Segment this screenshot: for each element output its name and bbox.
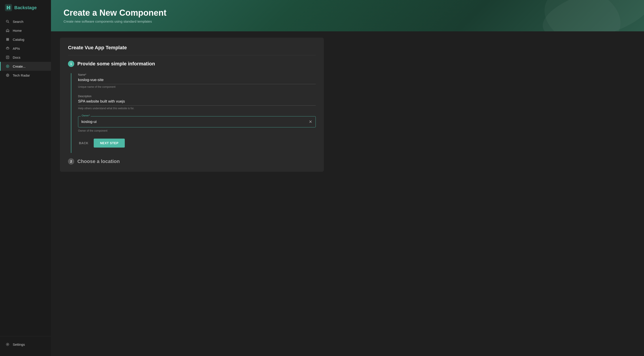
sidebar-item-tech-radar-label: Tech Radar (13, 73, 30, 77)
step2-header: 2 Choose a location (68, 158, 316, 164)
sidebar-item-home[interactable]: Home (0, 26, 51, 35)
step1-button-row: BACK NEXT STEP (78, 139, 316, 147)
owner-field-group: Owner* ✕ Owner of the component (78, 116, 316, 132)
home-icon (6, 29, 10, 33)
content-area: Create Vue App Template 1 Provide some s… (51, 31, 644, 356)
card-title: Create Vue App Template (68, 45, 316, 55)
sidebar: Backstage Search Home Catalog (0, 0, 51, 356)
svg-rect-3 (6, 48, 9, 49)
apis-icon (6, 46, 10, 50)
name-field-group: Name* koslog-vue-site Unique name of the… (78, 73, 316, 88)
sidebar-item-apis[interactable]: APIs (0, 44, 51, 53)
description-field-label: Description (78, 95, 316, 98)
svg-point-13 (7, 344, 8, 345)
step2-section: 2 Choose a location (68, 158, 316, 164)
owner-input-wrapper: Owner* ✕ (78, 116, 316, 127)
catalog-icon (6, 37, 10, 41)
name-field-hint: Unique name of the component (78, 85, 316, 88)
step1-header: 1 Provide some simple information (68, 61, 316, 67)
search-icon (6, 20, 10, 24)
sidebar-item-create[interactable]: Create... (0, 62, 51, 71)
next-step-button[interactable]: NEXT STEP (94, 139, 124, 147)
sidebar-item-tech-radar[interactable]: Tech Radar (0, 71, 51, 80)
settings-icon (6, 342, 10, 346)
page-subtitle: Create new software components using sta… (64, 20, 632, 23)
radar-icon (6, 73, 10, 77)
svg-rect-4 (6, 56, 9, 59)
sidebar-item-create-label: Create... (13, 65, 26, 68)
sidebar-item-apis-label: APIs (13, 47, 20, 50)
description-field-hint: Help others understand what this website… (78, 107, 316, 110)
sidebar-item-search[interactable]: Search (0, 17, 51, 26)
name-field-label: Name* (78, 73, 316, 76)
docs-icon (6, 55, 10, 59)
sidebar-item-docs[interactable]: Docs (0, 53, 51, 62)
owner-input[interactable] (78, 116, 316, 127)
description-field-value: SPA website built with vuejs (78, 99, 316, 106)
sidebar-logo[interactable]: Backstage (0, 0, 51, 15)
sidebar-item-settings[interactable]: Settings (0, 340, 51, 349)
main-content: Create a New Component Create new softwa… (51, 0, 644, 356)
step2-title: Choose a location (77, 158, 120, 164)
back-button[interactable]: BACK (78, 139, 89, 147)
owner-field-hint: Owner of the component (78, 129, 316, 132)
sidebar-item-search-label: Search (13, 20, 24, 24)
step1-badge: 1 (68, 61, 74, 67)
step1-section: 1 Provide some simple information Name* … (68, 61, 316, 153)
step1-content: Name* koslog-vue-site Unique name of the… (71, 73, 316, 153)
form-card: Create Vue App Template 1 Provide some s… (60, 38, 324, 172)
sidebar-item-docs-label: Docs (13, 56, 20, 59)
sidebar-item-catalog-label: Catalog (13, 38, 24, 41)
create-icon (6, 64, 10, 68)
description-field-group: Description SPA website built with vuejs… (78, 95, 316, 110)
svg-line-2 (8, 22, 9, 23)
sidebar-nav: Search Home Catalog APIs (0, 17, 51, 356)
sidebar-item-catalog[interactable]: Catalog (0, 35, 51, 44)
sidebar-item-home-label: Home (13, 29, 22, 33)
owner-clear-button[interactable]: ✕ (308, 119, 313, 124)
backstage-logo-icon (5, 4, 12, 11)
step1-title: Provide some simple information (77, 61, 155, 67)
page-title: Create a New Component (64, 8, 632, 18)
sidebar-item-settings-label: Settings (13, 342, 25, 346)
sidebar-bottom: Settings (0, 336, 51, 352)
svg-point-12 (8, 75, 8, 75)
owner-field-label: Owner* (81, 114, 91, 117)
sidebar-logo-text: Backstage (14, 5, 37, 10)
name-field-value: koslog-vue-site (78, 78, 316, 84)
step2-badge: 2 (68, 158, 74, 164)
header-banner: Create a New Component Create new softwa… (51, 0, 644, 31)
